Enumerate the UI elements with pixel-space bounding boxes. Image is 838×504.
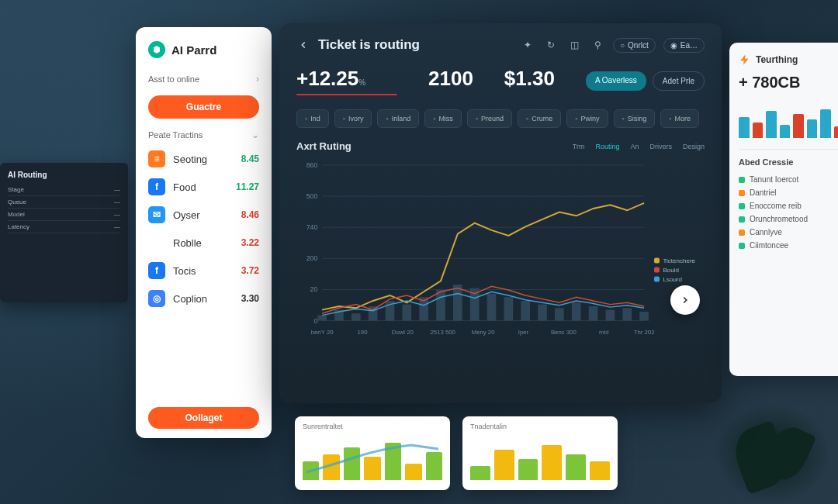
right-panel-title: Teurthing [756,54,798,65]
svg-rect-28 [589,306,598,321]
mini-bar [590,461,610,480]
svg-text:200: 200 [306,254,318,262]
svg-rect-26 [555,308,564,320]
svg-text:Meny 20: Meny 20 [472,329,496,336]
sidebar-item-value: 8.46 [241,209,259,220]
bottom-card-2: Tnadentalin [462,416,618,490]
filter-0[interactable]: ◦Ind [296,109,329,128]
svg-text:20: 20 [310,285,318,293]
right-list-item[interactable]: Ciimtoncee [739,239,838,252]
mini-row: Stage— [8,184,120,196]
right-bar [766,111,777,138]
primary-action-button[interactable]: A Oaverless [586,71,646,91]
pin-icon[interactable]: ⚲ [590,37,605,53]
sidebar-item-value: 3.30 [241,293,259,304]
right-bar [739,117,750,139]
page-title: Ticket is routing [318,37,420,53]
svg-rect-31 [639,312,649,321]
stat-price: $1.30 [504,67,555,91]
svg-text:860: 860 [306,161,318,169]
right-list-item[interactable]: Tanunt Ioercot [739,173,838,186]
sidebar: AI Parrd Asst to online › Guactre Peate … [136,27,272,438]
filter-3[interactable]: ◦Miss [424,109,462,128]
right-list-item[interactable]: Orunchrometood [739,212,838,226]
bottom-charts: Sunrentraltet Tnadentalin [295,416,618,490]
right-bar [780,125,791,139]
chart-title: Axrt Ruting [296,140,351,152]
legend-item: Lsourd [654,276,696,283]
right-list-item[interactable]: Dantriel [739,186,838,199]
svg-text:Iper: Iper [518,329,529,336]
stat-count: 2100 [428,67,473,91]
sidebar-subtitle: Asst to online [148,74,199,84]
sidebar-item-0[interactable]: ≡ Seoting 8.45 [142,145,265,173]
sidebar-section-label: Peate Tractins [148,130,203,140]
mini-bar [566,454,586,480]
right-list-item[interactable]: Cannlyve [739,226,838,239]
right-list-item[interactable]: Enoccome reib [739,199,838,212]
chevron-right-icon: › [256,74,259,85]
chart-tab-2[interactable]: An [630,143,639,150]
sidebar-item-2[interactable]: ✉ Oyser 8.46 [142,201,265,229]
sidebar-section-header[interactable]: Peate Tractins ⌄ [136,125,272,142]
filter-2[interactable]: ◦Inland [377,109,419,128]
sidebar-item-value: 3.72 [241,265,259,276]
toolbar-pill[interactable]: ○Qnrlct [613,38,656,53]
right-panel: Teurthing + 780CB Abed Cressie Tanunt Io… [729,43,838,376]
chart-tab-3[interactable]: Drivers [649,143,672,150]
right-bar [753,123,764,138]
svg-text:500: 500 [306,192,318,200]
mini-bar [470,466,490,480]
right-bar [793,114,804,138]
bottom-card-1-title: Sunrentraltet [303,423,442,430]
sidebar-item-1[interactable]: f Food 11.27 [142,173,265,201]
svg-rect-29 [606,310,615,321]
filter-1[interactable]: ◦Ivory [334,109,372,128]
line-chart: 860500740200200benY 20190Dowl 202513 500… [296,158,705,344]
legend-item: Tictenchere [654,257,696,264]
chart-next-button[interactable] [670,285,700,315]
sidebar-cta-top[interactable]: Guactre [148,95,259,119]
svg-rect-20 [453,285,462,321]
svg-rect-19 [436,290,445,321]
sidebar-item-3[interactable]: ◉ Roblle 3.22 [142,229,265,257]
back-button[interactable] [296,38,310,52]
secondary-action-button[interactable]: Adet Prle [653,71,705,91]
refresh-icon[interactable]: ↻ [543,37,559,53]
chart-tab-0[interactable]: Trm [573,143,585,150]
sidebar-item-value: 8.45 [241,154,259,164]
right-bar [820,109,831,139]
sidebar-cta-bottom[interactable]: Oollaget [148,407,259,429]
sidebar-list: ≡ Seoting 8.45f Food 11.27✉ Oyser 8.46◉ … [136,142,272,402]
sidebar-item-5[interactable]: ◎ Coplion 3.30 [142,285,265,312]
sparkle-icon[interactable]: ✦ [520,37,535,53]
svg-text:190: 190 [357,329,368,336]
app-icon: ◎ [148,290,165,307]
chevron-down-icon: ⌄ [251,129,259,140]
filter-8[interactable]: ◦More [660,109,699,128]
bottom-card-1: Sunrentraltet [295,416,450,490]
svg-text:740: 740 [306,223,318,231]
filter-7[interactable]: ◦Sising [614,109,656,128]
svg-rect-22 [487,294,497,321]
mini-panel-title: AI Routing [8,171,120,179]
tag-icon[interactable]: ◫ [566,37,582,53]
filter-4[interactable]: ◦Preund [467,109,512,128]
mini-row: Model— [8,209,120,221]
sidebar-item-label: Coplion [173,293,241,305]
app-icon: ◉ [148,234,165,251]
chart-tab-1[interactable]: Routing [595,143,619,150]
svg-rect-25 [538,305,547,321]
chart-area: 860500740200200benY 20190Dowl 202513 500… [296,158,705,344]
mini-row: Queue— [8,196,120,209]
filter-5[interactable]: ◦Crume [518,109,561,128]
chart-tab-4[interactable]: Design [683,143,705,150]
svg-rect-30 [622,308,632,320]
bottom-card-2-title: Tnadentalin [470,423,610,430]
filter-6[interactable]: ◦Pwiny [566,109,608,128]
sidebar-subtitle-row[interactable]: Asst to online › [136,69,272,89]
sidebar-item-value: 3.22 [241,237,259,248]
sidebar-item-4[interactable]: f Tocis 3.72 [142,257,265,285]
user-pill[interactable]: ◉Ea… [663,38,705,53]
app-icon: ✉ [148,206,165,223]
